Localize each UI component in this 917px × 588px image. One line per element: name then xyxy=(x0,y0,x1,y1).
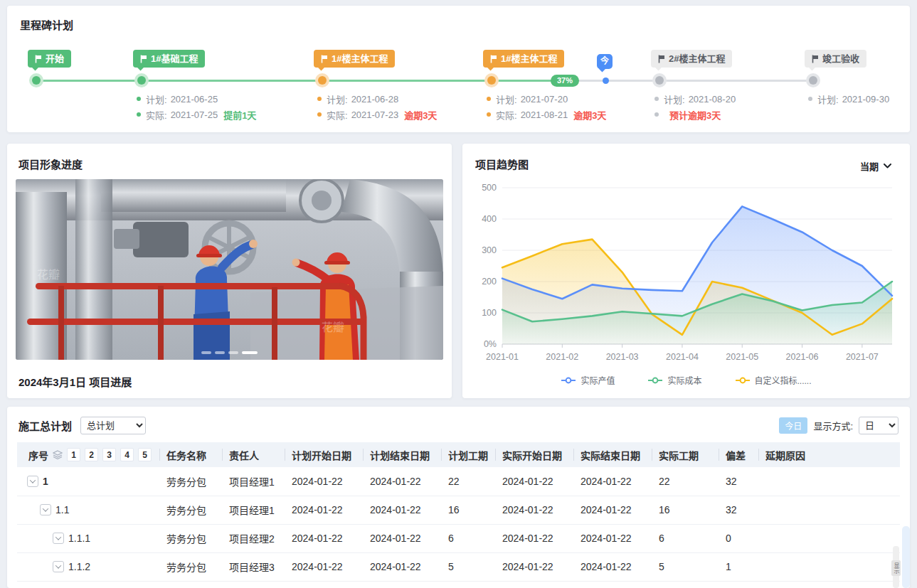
milestone-node-core xyxy=(809,76,817,85)
date-bullet-icon xyxy=(137,112,141,117)
milestone-flag-6[interactable]: 竣工验收 xyxy=(805,50,866,68)
column-header-1: 序号12345 xyxy=(17,442,159,467)
y-axis-tick: 400 xyxy=(482,214,497,224)
column-header-3: 责任人 xyxy=(222,442,285,467)
seq-cell: 1.1 xyxy=(24,504,154,515)
legend-label: 实际成本 xyxy=(667,374,701,386)
plan-days: 6 xyxy=(441,524,495,552)
level-button-1[interactable]: 1 xyxy=(67,448,80,461)
task-name: 劳务分包 xyxy=(159,467,222,496)
progress-photo[interactable]: 花瓣 花瓣 xyxy=(16,179,443,360)
plan-end: 2024-01-22 xyxy=(363,467,441,496)
table-row-4: 1.1.2劳务分包项目经理32024-01-222024-01-2252024-… xyxy=(17,552,900,581)
plan-type-select[interactable]: 总计划 xyxy=(80,417,146,434)
expand-toggle-icon[interactable] xyxy=(40,504,51,515)
milestone-flag-3[interactable]: 1#楼主体工程 xyxy=(314,50,395,68)
milestone-node-3[interactable] xyxy=(315,73,329,87)
page-scrollbar[interactable] xyxy=(902,526,910,588)
date-bullet-icon xyxy=(808,97,812,101)
side-vertical-tag[interactable]: 显示 xyxy=(891,560,901,576)
task-name: 劳务分包 xyxy=(159,524,222,552)
flag-icon xyxy=(35,55,42,63)
seq-cell: 1 xyxy=(24,476,154,487)
period-dropdown[interactable]: 当期 xyxy=(860,159,891,173)
actual-start: 2024-01-22 xyxy=(495,524,573,552)
expand-toggle-icon[interactable] xyxy=(27,476,38,487)
milestone-node-6[interactable] xyxy=(806,73,820,87)
actual-end: 2024-01-22 xyxy=(573,524,652,552)
x-axis-tick: 2021-01 xyxy=(486,352,519,362)
milestone-node-5[interactable] xyxy=(652,73,667,87)
level-button-2[interactable]: 2 xyxy=(85,448,98,461)
level-button-4[interactable]: 4 xyxy=(120,448,134,461)
x-axis-tick: 2021-06 xyxy=(786,352,819,362)
plan-days: 5 xyxy=(441,552,495,581)
display-mode-select[interactable]: 日 xyxy=(859,417,899,434)
milestone-label: 开始 xyxy=(46,50,64,68)
level-button-5[interactable]: 5 xyxy=(138,448,152,461)
today-button[interactable]: 今日 xyxy=(779,417,807,434)
milestone-card: 里程碑计划 开始1#基础工程计划:2021-06-25实际:2021-07-25… xyxy=(7,6,910,132)
date-label: 计划: xyxy=(817,92,839,106)
trend-chart-card: 项目趋势图 当期 5004003002001000%2021-012021-02… xyxy=(462,144,910,398)
legend-item-3[interactable]: 自定义指标...... xyxy=(735,374,812,386)
milestone-flag-5[interactable]: 2#楼主体工程 xyxy=(651,50,732,68)
date-bullet-icon xyxy=(317,97,322,101)
expand-toggle-icon[interactable] xyxy=(53,561,64,572)
column-header-label: 实际结束日期 xyxy=(581,450,640,461)
milestone-node-core xyxy=(32,76,41,85)
milestone-node-core xyxy=(137,76,146,85)
expand-toggle-icon[interactable] xyxy=(53,533,64,544)
table-row-2: 1.1劳务分包项目经理12024-01-222024-01-22162024-0… xyxy=(17,496,900,524)
level-button-3[interactable]: 3 xyxy=(102,448,116,461)
milestone-node-1[interactable] xyxy=(29,73,43,87)
date-label: 实际: xyxy=(496,108,517,122)
column-header-8: 实际结束日期 xyxy=(573,442,652,467)
milestone-flag-1[interactable]: 开始 xyxy=(28,50,71,68)
schedule-title: 施工总计划 xyxy=(18,418,72,433)
flag-icon xyxy=(812,55,819,63)
column-header-label: 延期原因 xyxy=(765,450,805,461)
carousel-dot-4[interactable] xyxy=(242,351,258,354)
legend-item-2[interactable]: 实际成本 xyxy=(647,374,701,386)
trend-chart-svg: 5004003002001000%2021-012021-022021-0320… xyxy=(472,178,899,368)
carousel-dot-1[interactable] xyxy=(201,351,211,354)
trend-title: 项目趋势图 xyxy=(475,156,529,171)
seq-cell: 1.1.1 xyxy=(24,533,154,544)
seq-header: 序号12345 xyxy=(28,448,154,462)
milestone-node-core xyxy=(318,76,327,85)
date-label: 计划: xyxy=(146,92,167,106)
carousel-dot-2[interactable] xyxy=(215,351,225,354)
milestone-label: 1#楼主体工程 xyxy=(332,50,388,68)
milestone-node-2[interactable] xyxy=(134,73,149,87)
legend-item-1[interactable]: 实际产值 xyxy=(561,374,615,386)
actual-end: 2024-01-22 xyxy=(573,552,652,581)
column-header-2: 任务名称 xyxy=(159,442,222,467)
layers-icon xyxy=(53,450,63,459)
milestone-flag-4[interactable]: 1#楼主体工程 xyxy=(483,50,564,68)
plan-end: 2024-01-22 xyxy=(363,552,441,581)
seq-cell: 1.1.2 xyxy=(24,561,154,572)
schedule-table: 序号12345任务名称责任人计划开始日期计划结束日期计划工期实际开始日期实际结束… xyxy=(17,442,900,582)
date-bullet-icon xyxy=(137,97,141,101)
date-value: 2021-09-30 xyxy=(842,94,890,105)
column-header-5: 计划结束日期 xyxy=(363,442,441,467)
milestone-timeline: 开始1#基础工程计划:2021-06-25实际:2021-07-25提前1天1#… xyxy=(7,6,910,132)
date-label: 实际: xyxy=(327,108,348,122)
date-status: 逾期3天 xyxy=(573,108,606,122)
date-bullet-icon xyxy=(654,112,659,117)
milestone-flag-2[interactable]: 1#基础工程 xyxy=(133,50,205,68)
date-value: 2021-06-25 xyxy=(171,94,218,105)
y-axis-tick: 0% xyxy=(484,339,497,349)
plan-start: 2024-01-22 xyxy=(285,467,363,496)
owner: 项目经理3 xyxy=(222,552,285,581)
flag-icon xyxy=(321,55,328,63)
watermark-text: 花瓣 xyxy=(322,321,344,333)
milestone-node-4[interactable] xyxy=(484,73,499,87)
chevron-down-icon xyxy=(55,562,61,568)
milestone-date-row: 计划:2021-08-20 xyxy=(654,91,736,107)
deviation: 32 xyxy=(719,496,758,524)
milestone-date-row: 计划:2021-06-25 xyxy=(137,91,256,107)
photo-caption: 2024年3月1日 项目进展 xyxy=(18,374,132,389)
carousel-dot-3[interactable] xyxy=(228,351,238,354)
